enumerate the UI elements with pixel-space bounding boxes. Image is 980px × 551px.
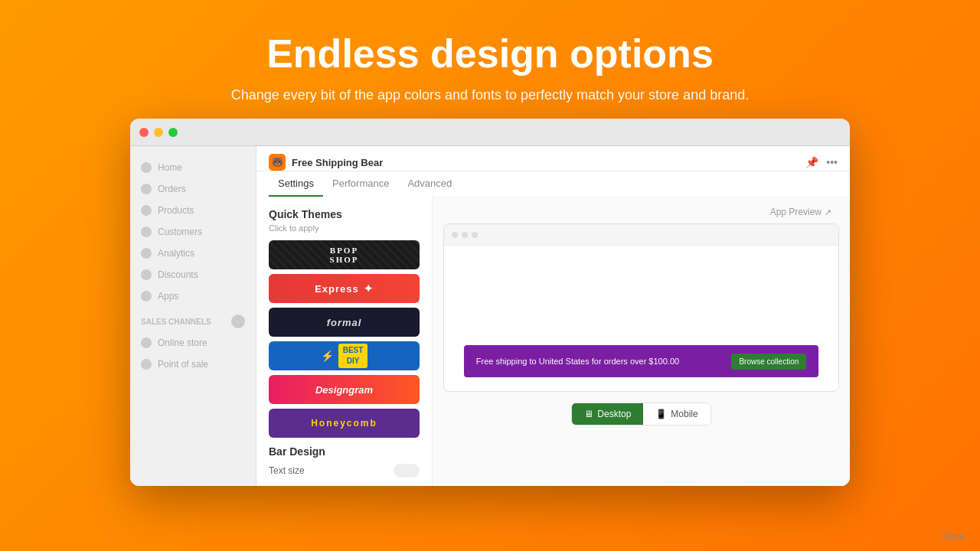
- theme-honeycomb[interactable]: Honeycomb: [269, 409, 420, 438]
- sidebar-item-home[interactable]: Home: [130, 157, 256, 178]
- theme-formal-label: formal: [327, 317, 362, 328]
- preview-dot-3: [472, 232, 478, 238]
- express-icon: ✦: [364, 282, 374, 295]
- sidebar-item-pos[interactable]: Point of sale: [130, 354, 256, 375]
- app-icon: 🐻: [269, 154, 286, 171]
- hero-title: Endless design options: [231, 31, 749, 77]
- sidebar-analytics-label: Analytics: [158, 248, 194, 259]
- sidebar-item-orders[interactable]: Orders: [130, 178, 256, 200]
- theme-bpop[interactable]: BPOPSHOP: [269, 240, 420, 269]
- theme-express[interactable]: Express ✦: [269, 274, 420, 303]
- browser-content: Home Orders Products Customers Analytics…: [130, 146, 850, 486]
- left-panel: Quick Themes Click to apply BPOPSHOP Exp…: [256, 196, 433, 486]
- theme-designgram-label: Designgram: [315, 384, 373, 396]
- main-area: 🐻 Free Shipping Bear 📌 ••• Settings Perf…: [256, 146, 850, 486]
- desktop-icon: 🖥: [584, 409, 593, 419]
- text-size-label: Text size: [269, 465, 305, 476]
- section-expand-icon[interactable]: [231, 315, 245, 328]
- sidebar-item-apps[interactable]: Apps: [130, 285, 256, 307]
- mobile-toggle[interactable]: 📱 Mobile: [643, 403, 710, 425]
- products-icon: [141, 205, 152, 216]
- preview-dot-2: [462, 232, 468, 238]
- sidebar-online-store-label: Online store: [158, 337, 207, 348]
- quick-themes-subtitle: Click to apply: [269, 223, 420, 233]
- bestdiy-inner: ⚡ BESTDIY: [321, 344, 368, 368]
- bar-design-section: Bar Design Text size: [269, 445, 420, 478]
- traffic-light-red[interactable]: [139, 128, 149, 137]
- view-toggles: 🖥 Desktop 📱 Mobile: [571, 403, 710, 425]
- mobile-icon: 📱: [655, 409, 667, 419]
- app-header: 🐻 Free Shipping Bear 📌 •••: [256, 146, 850, 171]
- browser-window: Home Orders Products Customers Analytics…: [130, 119, 850, 486]
- customers-icon: [141, 227, 152, 237]
- external-link-icon[interactable]: ↗: [825, 207, 831, 217]
- sidebar-orders-label: Orders: [158, 184, 186, 194]
- orders-icon: [141, 184, 152, 194]
- sidebar-section-label: SALES CHANNELS: [130, 307, 256, 332]
- shipping-bar-text: Free shipping to United States for order…: [476, 357, 679, 366]
- desktop-toggle[interactable]: 🖥 Desktop: [572, 403, 643, 425]
- quick-themes-title: Quick Themes: [269, 208, 420, 220]
- mobile-label: Mobile: [671, 409, 697, 419]
- theme-express-label: Express: [315, 283, 359, 295]
- text-size-toggle[interactable]: [394, 464, 420, 478]
- theme-formal[interactable]: formal: [269, 308, 420, 337]
- tab-settings[interactable]: Settings: [269, 171, 323, 197]
- tab-advanced[interactable]: Advanced: [398, 171, 461, 197]
- apps-icon: [141, 291, 152, 302]
- hero-section: Endless design options Change every bit …: [231, 0, 749, 119]
- app-preview-label: App Preview ↗: [770, 207, 831, 217]
- sidebar-item-products[interactable]: Products: [130, 200, 256, 221]
- tabs-row: Settings Performance Advanced: [256, 171, 850, 196]
- text-size-row: Text size: [269, 464, 420, 478]
- app-title-row: 🐻 Free Shipping Bear: [269, 154, 383, 171]
- preview-content: Free shipping to United States for order…: [444, 246, 838, 392]
- browser-titlebar: [130, 119, 850, 146]
- traffic-light-yellow[interactable]: [154, 128, 163, 137]
- sidebar-products-label: Products: [158, 205, 194, 216]
- online-store-icon: [141, 337, 152, 348]
- sidebar-pos-label: Point of sale: [158, 359, 208, 370]
- sidebar-item-analytics[interactable]: Analytics: [130, 243, 256, 264]
- header-icons: 📌 •••: [805, 156, 838, 168]
- sidebar-home-label: Home: [158, 162, 182, 173]
- sidebar-discounts-label: Discounts: [158, 269, 198, 280]
- theme-bestdiy[interactable]: ⚡ BESTDIY: [269, 341, 420, 370]
- preview-browser-bar: [444, 224, 838, 246]
- discounts-icon: [141, 269, 152, 280]
- pin-icon[interactable]: 📌: [805, 156, 818, 168]
- theme-honeycomb-label: Honeycomb: [311, 418, 377, 429]
- shipping-bar: Free shipping to United States for order…: [464, 345, 819, 377]
- sidebar-item-customers[interactable]: Customers: [130, 221, 256, 243]
- app-body: Quick Themes Click to apply BPOPSHOP Exp…: [256, 196, 850, 486]
- theme-designgram[interactable]: Designgram: [269, 375, 420, 404]
- analytics-icon: [141, 248, 152, 259]
- tab-performance[interactable]: Performance: [323, 171, 398, 197]
- app-name: Free Shipping Bear: [292, 157, 383, 168]
- sidebar: Home Orders Products Customers Analytics…: [130, 146, 256, 486]
- sidebar-item-discounts[interactable]: Discounts: [130, 264, 256, 285]
- bar-design-title: Bar Design: [269, 445, 420, 458]
- hero-subtitle: Change every bit of the app colors and f…: [231, 87, 749, 103]
- sidebar-item-online-store[interactable]: Online store: [130, 332, 256, 354]
- traffic-light-green[interactable]: [168, 128, 178, 137]
- home-icon: [141, 162, 152, 173]
- more-icon[interactable]: •••: [826, 156, 838, 168]
- theme-bpop-label: BPOPSHOP: [330, 246, 359, 264]
- browse-collection-button[interactable]: Browse collection: [731, 354, 806, 370]
- preview-dot-1: [452, 232, 458, 238]
- sidebar-apps-label: Apps: [158, 291, 178, 302]
- desktop-label: Desktop: [597, 409, 631, 419]
- pos-icon: [141, 359, 152, 370]
- preview-browser: Free shipping to United States for order…: [443, 223, 839, 392]
- right-panel: App Preview ↗ Free shipping to United S: [433, 196, 850, 486]
- bestdiy-badge: BESTDIY: [338, 344, 368, 368]
- lightning-icon: ⚡: [321, 350, 334, 362]
- sidebar-customers-label: Customers: [158, 227, 202, 237]
